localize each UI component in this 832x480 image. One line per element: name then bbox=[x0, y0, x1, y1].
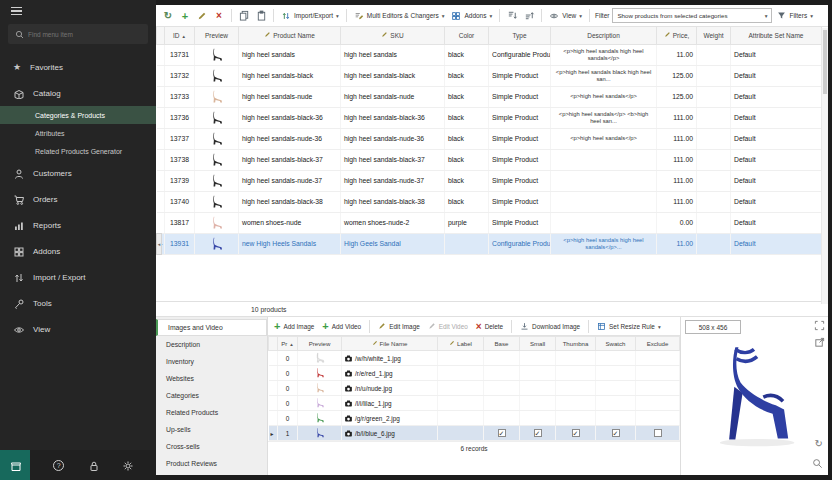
column-header-description[interactable]: Description bbox=[551, 27, 657, 44]
sort-descending-button[interactable] bbox=[522, 9, 536, 23]
table-row[interactable]: 13731 high heel sandals high heel sandal… bbox=[157, 44, 822, 65]
media-column-preview[interactable]: Preview bbox=[298, 337, 342, 351]
fullscreen-icon[interactable] bbox=[814, 320, 825, 331]
table-row[interactable]: 13733 high heel sandals-nude high heel s… bbox=[157, 86, 822, 107]
zoom-icon[interactable] bbox=[812, 458, 823, 469]
media-row[interactable]: 0 /l/i/lilac_1.jpg bbox=[269, 396, 680, 411]
table-row[interactable]: 13736 high heel sandals-black-36 high he… bbox=[157, 107, 822, 128]
tab-inventory[interactable]: Inventory bbox=[156, 353, 267, 370]
sidebar-search-box[interactable] bbox=[8, 24, 148, 44]
sidebar-item-attributes[interactable]: Attributes bbox=[0, 124, 156, 142]
view-button[interactable]: View bbox=[547, 9, 584, 23]
table-row[interactable]: 13817 women shoes-nude women shoes-nude-… bbox=[157, 212, 822, 233]
swatch-checkbox[interactable] bbox=[612, 429, 620, 437]
sidebar-item-categories-products[interactable]: Categories & Products bbox=[0, 106, 156, 124]
column-header-color[interactable]: Color bbox=[445, 27, 489, 44]
add-video-button[interactable]: Add Video bbox=[320, 318, 363, 334]
rotate-image-icon[interactable] bbox=[815, 433, 823, 451]
media-column-exclude[interactable]: Exclude bbox=[636, 337, 680, 351]
tab-up-sells[interactable]: Up-sells bbox=[156, 421, 267, 438]
delete-product-button[interactable] bbox=[212, 9, 226, 23]
store-button[interactable] bbox=[0, 450, 30, 480]
panel-collapse-handle[interactable] bbox=[156, 233, 162, 255]
grid-vertical-scrollbar[interactable] bbox=[821, 28, 828, 304]
sidebar-item-tools[interactable]: Tools bbox=[0, 290, 156, 316]
delete-image-button[interactable]: Delete bbox=[474, 319, 505, 334]
media-column-file-name[interactable]: File Name bbox=[342, 337, 438, 351]
table-row[interactable]: 13739 high heel sandals-nude-37 high hee… bbox=[157, 170, 822, 191]
column-header-id[interactable]: ID bbox=[165, 27, 195, 44]
media-column-thumbnail[interactable]: Thumbna bbox=[556, 337, 596, 351]
table-row[interactable]: 13738 high heel sandals-black-37 high he… bbox=[157, 149, 822, 170]
table-row[interactable]: 13737 high heel sandals-nude-36 high hee… bbox=[157, 128, 822, 149]
sidebar-item-catalog[interactable]: Catalog bbox=[0, 80, 156, 106]
sidebar-item-addons[interactable]: Addons bbox=[0, 238, 156, 264]
media-column-label[interactable]: Label bbox=[438, 337, 484, 351]
column-header-type[interactable]: Type bbox=[489, 27, 551, 44]
gear-icon[interactable] bbox=[122, 460, 133, 471]
edit-video-button[interactable]: Edit Video bbox=[426, 320, 470, 332]
table-row[interactable]: 13732 high heel sandals-black high heel … bbox=[157, 65, 822, 86]
thumbnail-checkbox[interactable] bbox=[572, 429, 580, 437]
tab-cross-sells[interactable]: Cross-sells bbox=[156, 438, 267, 455]
addons-button[interactable]: Addons bbox=[449, 9, 494, 23]
media-row[interactable]: 0 /w/h/white_1.jpg bbox=[269, 351, 680, 366]
filters-button[interactable]: Filters bbox=[775, 9, 814, 22]
cell-attribute-set: Default bbox=[731, 107, 822, 128]
media-column-base[interactable]: Base bbox=[484, 337, 520, 351]
paste-button[interactable] bbox=[254, 9, 268, 23]
sidebar-subitem-label: Attributes bbox=[35, 130, 65, 137]
refresh-button[interactable] bbox=[161, 9, 175, 23]
import-export-button[interactable]: Import/Export bbox=[279, 9, 341, 23]
media-row[interactable]: 0 /g/r/green_2.jpg bbox=[269, 411, 680, 426]
table-row-selected[interactable]: 13931 new High Heels Sandals High Geels … bbox=[157, 233, 822, 254]
column-header-attribute-set[interactable]: Attribute Set Name bbox=[731, 27, 822, 44]
sidebar-item-orders[interactable]: Orders bbox=[0, 186, 156, 212]
sort-ascending-button[interactable] bbox=[505, 9, 519, 23]
tab-images-and-video[interactable]: Images and Video bbox=[156, 319, 267, 336]
scrollbar-thumb[interactable] bbox=[823, 30, 827, 94]
column-header-product-name[interactable]: Product Name bbox=[239, 27, 341, 44]
add-product-button[interactable] bbox=[178, 9, 192, 23]
media-row-selected[interactable]: 1 /b/l/blue_6.jpg bbox=[269, 426, 680, 441]
hamburger-menu-icon[interactable] bbox=[11, 7, 22, 16]
media-row[interactable]: 0 /r/e/red_1.jpg bbox=[269, 366, 680, 381]
sidebar-item-view[interactable]: View bbox=[0, 316, 156, 342]
toolbar-separator bbox=[588, 320, 589, 333]
media-column-small[interactable]: Small bbox=[520, 337, 556, 351]
sidebar-item-related-products-generator[interactable]: Related Products Generator bbox=[0, 142, 156, 160]
small-checkbox[interactable] bbox=[534, 429, 542, 437]
sidebar-item-customers[interactable]: Customers bbox=[0, 160, 156, 186]
media-column-pr[interactable]: Pr bbox=[278, 337, 298, 351]
lock-icon[interactable] bbox=[88, 460, 99, 471]
base-checkbox[interactable] bbox=[498, 429, 506, 437]
edit-image-button[interactable]: Edit Image bbox=[376, 320, 422, 332]
add-image-button[interactable]: Add Image bbox=[272, 318, 316, 334]
cell-sku: high heel sandals-nude bbox=[341, 86, 445, 107]
copy-button[interactable] bbox=[237, 9, 251, 23]
tab-websites[interactable]: Websites bbox=[156, 370, 267, 387]
media-column-swatch[interactable]: Swatch bbox=[596, 337, 636, 351]
sidebar-item-favorites[interactable]: Favorites bbox=[0, 54, 156, 80]
exclude-checkbox[interactable] bbox=[654, 429, 662, 437]
media-row[interactable]: 0 /n/u/nude.jpg bbox=[269, 381, 680, 396]
column-header-sku[interactable]: SKU bbox=[341, 27, 445, 44]
table-row[interactable]: 13740 high heel sandals-black-38 high he… bbox=[157, 191, 822, 212]
sidebar-search-input[interactable] bbox=[28, 31, 138, 38]
sidebar-item-import-export[interactable]: Import / Export bbox=[0, 264, 156, 290]
tab-categories[interactable]: Categories bbox=[156, 387, 267, 404]
set-resize-rule-button[interactable]: Set Resize Rule bbox=[595, 320, 663, 333]
help-icon[interactable] bbox=[53, 460, 64, 471]
column-header-price[interactable]: Price, bbox=[657, 27, 697, 44]
category-filter-select[interactable]: Show products from selected categories bbox=[612, 8, 772, 23]
tab-description[interactable]: Description bbox=[156, 336, 267, 353]
multi-editors-button[interactable]: Multi Editors & Changers bbox=[352, 9, 447, 23]
column-header-weight[interactable]: Weight bbox=[697, 27, 731, 44]
edit-product-button[interactable] bbox=[195, 9, 209, 23]
tab-related-products[interactable]: Related Products bbox=[156, 404, 267, 421]
sidebar-item-reports[interactable]: Reports bbox=[0, 212, 156, 238]
tab-product-reviews[interactable]: Product Reviews bbox=[156, 455, 267, 472]
column-header-preview[interactable]: Preview bbox=[195, 27, 239, 44]
download-image-button[interactable]: Download Image bbox=[518, 320, 582, 333]
open-external-icon[interactable] bbox=[814, 337, 825, 348]
